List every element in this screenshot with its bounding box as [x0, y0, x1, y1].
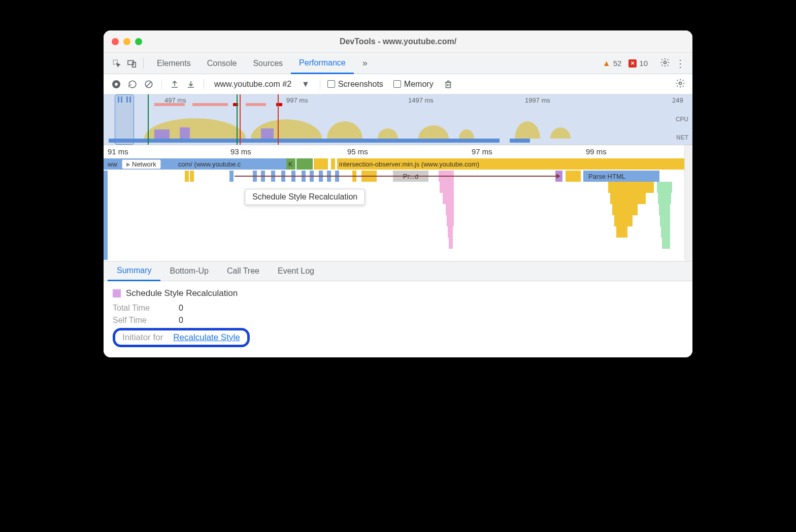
initiator-link[interactable]: Recalculate Style [173, 332, 240, 343]
flame-bar[interactable] [661, 226, 670, 238]
settings-icon[interactable] [660, 57, 670, 70]
download-button[interactable] [185, 79, 196, 90]
play-icon: ▶ [126, 161, 130, 167]
tooltip: Schedule Style Recalculation [245, 189, 365, 205]
flame-bar[interactable] [104, 171, 108, 260]
tick-label: 91 ms [108, 147, 128, 156]
main-tabs-row: Elements Console Sources Performance » ▲… [104, 53, 692, 74]
flame-bar[interactable] [660, 215, 670, 226]
flame-bar[interactable]: intersection-observer.min.js (www.youtub… [337, 158, 689, 170]
flame-bar[interactable] [185, 171, 189, 182]
flame-bar[interactable] [190, 171, 194, 182]
session-dropdown[interactable]: www.youtube.com #2 ▼ [211, 80, 313, 89]
tick-label: 1497 ms [408, 96, 434, 104]
flame-bar[interactable] [296, 158, 301, 170]
flame-bar[interactable]: K [286, 158, 295, 170]
errors-badge[interactable]: ✕ 10 [628, 59, 648, 68]
flame-bar[interactable] [443, 193, 454, 204]
flame-bar[interactable] [229, 171, 234, 182]
btab-bottomup[interactable]: Bottom-Up [160, 261, 217, 281]
window-title: DevTools - www.youtube.com/ [340, 37, 456, 46]
flame-bar[interactable] [446, 204, 454, 215]
screenshots-label: Screenshots [338, 80, 383, 89]
overview-marker [246, 103, 266, 106]
memory-checkbox[interactable]: Memory [393, 80, 434, 89]
btab-summary[interactable]: Summary [108, 262, 160, 281]
flame-bar[interactable] [614, 215, 633, 226]
titlebar: DevTools - www.youtube.com/ [104, 30, 692, 53]
perf-toolbar: www.youtube.com #2 ▼ Screenshots Memory [104, 74, 692, 94]
flame-bar[interactable] [612, 204, 638, 215]
btab-calltree[interactable]: Call Tree [218, 261, 269, 281]
close-icon[interactable] [112, 38, 119, 45]
device-toggle-icon[interactable] [126, 57, 138, 70]
flame-bar[interactable] [449, 238, 453, 249]
garbage-collect-button[interactable] [443, 79, 454, 90]
flame-bar[interactable]: Parse HTML [583, 171, 659, 182]
tick-label: 249 [672, 96, 683, 104]
tab-sources[interactable]: Sources [245, 53, 291, 74]
flame-bar[interactable] [608, 182, 654, 193]
summary-panel: Schedule Style Recalculation Total Time … [104, 281, 692, 357]
screenshots-checkbox[interactable]: Screenshots [327, 80, 383, 89]
summary-event-title: Schedule Style Recalculation [113, 288, 683, 298]
divider [143, 58, 144, 69]
tab-console[interactable]: Console [199, 53, 245, 74]
flame-bar[interactable] [305, 158, 309, 170]
network-chip[interactable]: ▶ Network [122, 159, 161, 169]
summary-row-total: Total Time 0 [113, 304, 683, 313]
minimize-icon[interactable] [123, 38, 130, 45]
flame-bar[interactable] [658, 193, 671, 204]
flame-bar[interactable] [616, 226, 627, 238]
upload-button[interactable] [169, 79, 180, 90]
flame-bar[interactable] [448, 226, 453, 238]
record-button[interactable] [111, 79, 122, 90]
clear-button[interactable] [143, 79, 154, 90]
btab-eventlog[interactable]: Event Log [269, 261, 323, 281]
session-label: www.youtube.com #2 [214, 80, 291, 89]
tick-label: 93 ms [230, 147, 251, 156]
zoom-icon[interactable] [135, 38, 142, 45]
overview-marker [192, 103, 228, 106]
flame-chart[interactable]: 91 ms 93 ms 95 ms 97 ms 99 ms ww com/ (w… [104, 145, 692, 261]
flame-bar[interactable] [301, 158, 305, 170]
overview-timeline[interactable]: 497 ms 997 ms 1497 ms 1997 ms 249 [104, 94, 692, 145]
tick-label: 997 ms [286, 96, 308, 104]
network-label: Network [132, 160, 156, 168]
flame-bar[interactable] [657, 182, 672, 193]
devtools-window: DevTools - www.youtube.com/ Elements Con… [104, 30, 692, 357]
flame-bar[interactable] [331, 158, 335, 170]
svg-point-6 [679, 82, 682, 84]
warnings-badge[interactable]: ▲ 52 [603, 59, 622, 68]
flame-bar[interactable] [662, 238, 670, 249]
tooltip-text: Schedule Style Recalculation [252, 192, 357, 201]
tab-elements[interactable]: Elements [149, 53, 199, 74]
warnings-count: 52 [613, 59, 622, 68]
errors-count: 10 [639, 59, 648, 68]
divider [204, 79, 204, 89]
flame-bar[interactable] [566, 171, 581, 182]
net-chart [510, 139, 530, 143]
flame-bar[interactable] [309, 158, 313, 170]
cpu-label: CPU [676, 116, 688, 123]
net-chart [109, 139, 500, 143]
self-time-label: Self Time [113, 316, 163, 325]
event-color-swatch [113, 289, 121, 297]
caret-down-icon: ▼ [302, 80, 310, 89]
reload-button[interactable] [127, 79, 138, 90]
flame-bar[interactable] [314, 158, 328, 170]
inspect-icon[interactable] [111, 57, 123, 70]
overview-marker [276, 103, 282, 106]
flame-bar[interactable] [440, 182, 454, 193]
flame-bar[interactable] [447, 215, 454, 226]
tick-label: 95 ms [347, 147, 368, 156]
flame-bar[interactable] [610, 193, 646, 204]
tab-performance[interactable]: Performance [291, 53, 354, 74]
tick-label: 1997 ms [525, 96, 550, 104]
error-icon: ✕ [628, 59, 637, 68]
flame-bar[interactable] [659, 204, 670, 215]
more-tabs-icon[interactable]: » [359, 57, 371, 70]
panel-settings-icon[interactable] [675, 78, 685, 90]
memory-label: Memory [404, 80, 434, 89]
kebab-icon[interactable]: ⋮ [675, 57, 685, 70]
